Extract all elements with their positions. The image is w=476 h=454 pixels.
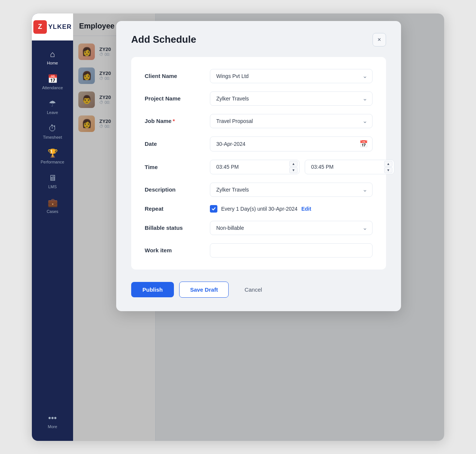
dialog-body: Client Name Wings Pvt Ltd Zylker Corp Te… — [131, 57, 386, 270]
more-label: More — [48, 424, 57, 429]
description-select-wrapper: Zylker Travels Other — [210, 183, 373, 197]
main-content: Employee 👩 ZY20 ⏱ 00: 👩 ZY2 — [73, 13, 444, 441]
date-wrapper: 📅 — [210, 136, 373, 151]
work-item-row: Work item — [145, 243, 373, 258]
client-name-control: Wings Pvt Ltd Zylker Corp Tech Solutions — [210, 69, 373, 83]
sidebar-item-lms[interactable]: 🖥 LMS — [32, 169, 73, 192]
sidebar-item-label: Leave — [47, 110, 58, 115]
sidebar-item-attendance[interactable]: 📅 Attendance — [32, 70, 73, 93]
save-draft-button[interactable]: Save Draft — [179, 282, 229, 298]
sidebar-item-more[interactable]: ••• More — [32, 409, 73, 432]
dialog-overlay: Add Schedule × Client Name Wings Pvt Ltd… — [73, 13, 444, 441]
client-name-select-wrapper: Wings Pvt Ltd Zylker Corp Tech Solutions — [210, 69, 373, 83]
date-label: Date — [145, 141, 201, 147]
project-name-label: Project Name — [145, 95, 201, 102]
sidebar-item-label: Attendance — [42, 85, 63, 90]
work-item-input[interactable] — [210, 243, 373, 258]
time-start-wrapper: ▲ ▼ — [210, 160, 299, 174]
repeat-control: Every 1 Day(s) until 30-Apr-2024 Edit — [210, 205, 373, 213]
dialog-title: Add Schedule — [131, 34, 196, 45]
date-input[interactable] — [210, 137, 355, 151]
billable-status-select[interactable]: Non-billable Billable — [210, 221, 373, 235]
job-name-select[interactable]: Travel Proposal Design Work Development — [210, 114, 373, 128]
sidebar-item-performance[interactable]: 🏆 Performance — [32, 144, 73, 167]
cancel-button[interactable]: Cancel — [234, 282, 272, 297]
description-select[interactable]: Zylker Travels Other — [210, 183, 373, 197]
add-schedule-dialog: Add Schedule × Client Name Wings Pvt Ltd… — [116, 21, 401, 311]
dialog-header: Add Schedule × — [131, 33, 386, 46]
time-start-arrows: ▲ ▼ — [288, 160, 299, 174]
client-name-select[interactable]: Wings Pvt Ltd Zylker Corp Tech Solutions — [210, 69, 373, 83]
performance-icon: 🏆 — [48, 148, 58, 158]
project-name-select-wrapper: Zylker Travels Project Alpha Project Bet… — [210, 91, 373, 106]
repeat-text: Every 1 Day(s) until 30-Apr-2024 — [221, 206, 298, 212]
time-end-arrows: ▲ ▼ — [383, 160, 394, 174]
logo: Z YLKER — [32, 13, 73, 40]
description-control: Zylker Travels Other — [210, 183, 373, 197]
billable-status-row: Billable status Non-billable Billable — [145, 221, 373, 235]
job-name-label: Job Name* — [145, 118, 201, 124]
time-inputs: ▲ ▼ ▲ ▼ — [210, 160, 394, 174]
project-name-select[interactable]: Zylker Travels Project Alpha Project Bet… — [210, 91, 373, 106]
sidebar-item-timesheet[interactable]: ⏱ Timesheet — [32, 119, 73, 142]
required-star: * — [173, 118, 175, 124]
time-end-wrapper: ▲ ▼ — [305, 160, 394, 174]
client-name-label: Client Name — [145, 73, 201, 79]
time-control: ▲ ▼ ▲ ▼ — [210, 160, 394, 174]
repeat-label: Repeat — [145, 205, 201, 212]
repeat-checkbox[interactable] — [210, 205, 217, 213]
time-start-down-button[interactable]: ▼ — [289, 167, 298, 173]
sidebar-item-label: Performance — [41, 160, 64, 164]
more-icon: ••• — [48, 413, 57, 423]
work-item-control — [210, 243, 373, 258]
logo-text: YLKER — [48, 23, 72, 31]
home-icon: ⌂ — [50, 49, 55, 59]
repeat-edit-button[interactable]: Edit — [301, 206, 311, 212]
job-name-select-wrapper: Travel Proposal Design Work Development — [210, 114, 373, 128]
time-row: Time ▲ ▼ — [145, 160, 373, 174]
sidebar-item-home[interactable]: ⌂ Home — [32, 45, 73, 68]
sidebar-item-label: LMS — [48, 184, 57, 189]
attendance-icon: 📅 — [48, 74, 58, 84]
billable-status-label: Billable status — [145, 225, 201, 231]
time-label: Time — [145, 164, 201, 170]
close-button[interactable]: × — [373, 33, 386, 46]
sidebar-item-cases[interactable]: 💼 Cases — [32, 193, 73, 217]
time-end-down-button[interactable]: ▼ — [384, 167, 392, 173]
time-start-up-button[interactable]: ▲ — [289, 161, 298, 167]
description-label: Description — [145, 186, 201, 193]
client-name-row: Client Name Wings Pvt Ltd Zylker Corp Te… — [145, 69, 373, 83]
sidebar-item-label: Timesheet — [43, 135, 62, 139]
cases-icon: 💼 — [48, 198, 58, 208]
date-control: 📅 — [210, 136, 373, 151]
description-row: Description Zylker Travels Other — [145, 183, 373, 197]
time-end-up-button[interactable]: ▲ — [384, 161, 392, 167]
billable-status-control: Non-billable Billable — [210, 221, 373, 235]
calendar-icon[interactable]: 📅 — [355, 137, 372, 151]
date-row: Date 📅 — [145, 136, 373, 151]
lms-icon: 🖥 — [48, 173, 57, 183]
repeat-row-inner: Every 1 Day(s) until 30-Apr-2024 Edit — [210, 205, 373, 213]
project-name-row: Project Name Zylker Travels Project Alph… — [145, 91, 373, 106]
time-end-input[interactable] — [305, 160, 383, 174]
dialog-footer: Publish Save Draft Cancel — [131, 282, 386, 298]
job-name-row: Job Name* Travel Proposal Design Work De… — [145, 114, 373, 128]
project-name-control: Zylker Travels Project Alpha Project Bet… — [210, 91, 373, 106]
time-start-input[interactable] — [210, 160, 288, 174]
repeat-row: Repeat Every 1 Day(s) until 30-Apr-2024 … — [145, 205, 373, 213]
billable-status-select-wrapper: Non-billable Billable — [210, 221, 373, 235]
sidebar-item-label: Cases — [46, 209, 58, 214]
sidebar: Z YLKER ⌂ Home 📅 Attendance ☂ Leave ⏱ Ti… — [32, 13, 73, 441]
leave-icon: ☂ — [49, 99, 56, 109]
timesheet-icon: ⏱ — [48, 124, 57, 133]
work-item-label: Work item — [145, 247, 201, 253]
sidebar-item-leave[interactable]: ☂ Leave — [32, 94, 73, 118]
sidebar-item-label: Home — [47, 61, 58, 65]
job-name-control: Travel Proposal Design Work Development — [210, 114, 373, 128]
checkmark-icon — [211, 207, 216, 211]
publish-button[interactable]: Publish — [131, 282, 174, 297]
sidebar-nav: ⌂ Home 📅 Attendance ☂ Leave ⏱ Timesheet … — [32, 40, 73, 409]
logo-icon: Z — [33, 20, 47, 34]
